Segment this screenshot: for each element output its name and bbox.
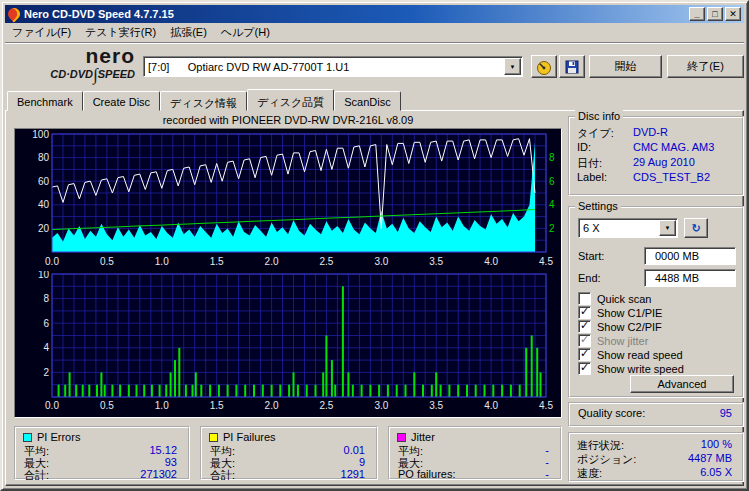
- menu-help[interactable]: ヘルプ(H): [214, 22, 277, 43]
- app-window: Nero CD-DVD Speed 4.7.7.15 _ □ ✕ ファイル(F)…: [0, 0, 749, 491]
- start-field[interactable]: 0000 MB: [644, 247, 736, 265]
- svg-text:4: 4: [549, 199, 555, 210]
- progress-panel: 進行状況:100 % ポジション:4487 MB 速度:6.05 X: [568, 432, 744, 482]
- checkbox-show-read-speed[interactable]: Show read speed: [578, 348, 736, 362]
- svg-text:0.5: 0.5: [100, 256, 114, 267]
- disc-label-label: Label:: [577, 171, 607, 183]
- pi-failures-title: PI Failures: [209, 431, 276, 443]
- checkbox-show-jitter: Show jitter: [578, 334, 736, 348]
- disc-id-label: ID:: [577, 141, 591, 153]
- tab-disc-quality[interactable]: ディスク品質: [247, 89, 334, 111]
- svg-text:2.0: 2.0: [265, 400, 279, 411]
- speed-test-button[interactable]: [531, 55, 557, 78]
- advanced-button[interactable]: Advanced: [630, 375, 734, 393]
- disc-type-label: タイプ:: [577, 126, 614, 141]
- yellow-legend-icon: [209, 433, 218, 442]
- quality-score-panel: Quality score: 95: [568, 402, 744, 427]
- pif-chart: 1086420.00.51.01.52.02.53.03.54.04.5: [16, 271, 560, 416]
- start-field-label: Start:: [578, 250, 604, 262]
- position-label: ポジション:: [577, 452, 636, 467]
- save-button[interactable]: [559, 55, 585, 78]
- checkbox-box: [578, 334, 591, 347]
- end-field[interactable]: 4488 MB: [644, 269, 736, 287]
- svg-text:4.0: 4.0: [484, 400, 498, 411]
- drive-selector[interactable]: [7:0] Optiarc DVD RW AD-7700T 1.U1 ▼: [143, 56, 523, 77]
- checkbox-box: [578, 292, 591, 305]
- window-title: Nero CD-DVD Speed 4.7.7.15: [24, 8, 174, 20]
- svg-text:8: 8: [549, 152, 555, 163]
- disc-info-panel: Disc info タイプ:DVD-R ID:CMC MAG. AM3 日付:2…: [568, 116, 744, 196]
- svg-text:1.5: 1.5: [210, 256, 224, 267]
- nero-brand-text: nero: [9, 45, 135, 67]
- menu-extra[interactable]: 拡張(E): [163, 22, 214, 43]
- chart-title: recorded with PIONEER DVD-RW DVR-216L v8…: [14, 114, 562, 126]
- magenta-legend-icon: [397, 433, 406, 442]
- chevron-down-icon[interactable]: ▼: [659, 220, 676, 236]
- svg-text:100: 100: [32, 130, 49, 140]
- maximize-button[interactable]: □: [707, 7, 723, 21]
- disc-date-value: 29 Aug 2010: [633, 156, 695, 168]
- svg-text:2: 2: [43, 367, 49, 378]
- svg-text:0.0: 0.0: [45, 256, 59, 267]
- svg-text:4.0: 4.0: [484, 256, 498, 267]
- close-button[interactable]: ✕: [725, 7, 741, 21]
- svg-text:80: 80: [38, 152, 50, 163]
- svg-text:1.0: 1.0: [155, 256, 169, 267]
- cyan-legend-icon: [23, 433, 32, 442]
- title-bar: Nero CD-DVD Speed 4.7.7.15 _ □ ✕: [5, 5, 744, 23]
- cddvd-speed-text: CD·DVD∫SPEED: [9, 67, 135, 82]
- tab-bar: Benchmark Create Disc ディスク情報 ディスク品質 Scan…: [7, 91, 401, 111]
- checkbox-show-c1-pie[interactable]: Show C1/PIE: [578, 306, 736, 320]
- disc-date-label: 日付:: [577, 156, 602, 171]
- disc-label-value: CDS_TEST_B2: [633, 171, 710, 183]
- checkbox-show-write-speed[interactable]: Show write speed: [578, 362, 736, 376]
- disc-info-title: Disc info: [575, 110, 623, 122]
- svg-text:10: 10: [38, 271, 50, 280]
- drive-selector-value: [7:0] Optiarc DVD RW AD-7700T 1.U1: [144, 59, 503, 75]
- jitter-title: Jitter: [397, 431, 435, 443]
- settings-title: Settings: [575, 200, 621, 212]
- scan-speed-select[interactable]: 6 X ▼: [578, 218, 678, 238]
- end-field-label: End:: [578, 272, 601, 284]
- svg-text:1.0: 1.0: [155, 400, 169, 411]
- checkbox-box: [578, 320, 591, 333]
- refresh-icon: ↻: [691, 222, 700, 234]
- speed-label: 速度:: [577, 466, 602, 481]
- refresh-button[interactable]: ↻: [684, 218, 708, 238]
- progress-label: 進行状況:: [577, 438, 624, 453]
- toolbar: nero CD·DVD∫SPEED [7:0] Optiarc DVD RW A…: [5, 42, 744, 90]
- svg-text:1.5: 1.5: [210, 400, 224, 411]
- progress-value: 100 %: [701, 438, 732, 450]
- svg-text:3.0: 3.0: [374, 400, 388, 411]
- svg-text:60: 60: [38, 176, 50, 187]
- checkbox-show-c2-pif[interactable]: Show C2/PIF: [578, 320, 736, 334]
- nero-app-icon: [6, 6, 23, 23]
- chevron-down-icon[interactable]: ▼: [504, 58, 521, 75]
- svg-text:3.5: 3.5: [429, 400, 443, 411]
- tab-scandisc[interactable]: ScanDisc: [334, 91, 400, 111]
- disc-type-value: DVD-R: [633, 126, 668, 138]
- quality-score-label: Quality score:: [578, 407, 645, 419]
- exit-button[interactable]: 終了(E): [667, 55, 744, 78]
- svg-text:6: 6: [43, 318, 49, 329]
- position-value: 4487 MB: [688, 452, 732, 464]
- svg-text:40: 40: [38, 199, 50, 210]
- minimize-button[interactable]: _: [689, 7, 705, 21]
- tab-disc-info[interactable]: ディスク情報: [160, 91, 247, 111]
- tab-create-disc[interactable]: Create Disc: [83, 91, 160, 111]
- jitter-panel: Jitter 平均:- 最大:- PO failures:-: [388, 426, 562, 480]
- checkbox-quick-scan[interactable]: Quick scan: [578, 292, 736, 306]
- start-button[interactable]: 開始: [589, 55, 662, 78]
- quality-graph: 1008060402086420.00.51.01.52.02.53.03.54…: [14, 128, 562, 418]
- nero-logo: nero CD·DVD∫SPEED: [9, 45, 135, 89]
- svg-text:8: 8: [43, 293, 49, 304]
- pi-errors-panel: PI Errors 平均:15.12 最大:93 合計:271302: [14, 426, 190, 480]
- svg-text:4.5: 4.5: [539, 400, 553, 411]
- menu-file[interactable]: ファイル(F): [5, 22, 78, 43]
- svg-text:2.5: 2.5: [319, 400, 333, 411]
- svg-text:2.5: 2.5: [319, 256, 333, 267]
- tab-benchmark[interactable]: Benchmark: [7, 91, 83, 111]
- menu-run-test[interactable]: テスト実行(R): [78, 22, 163, 43]
- checkbox-box: [578, 348, 591, 361]
- svg-text:3.5: 3.5: [429, 256, 443, 267]
